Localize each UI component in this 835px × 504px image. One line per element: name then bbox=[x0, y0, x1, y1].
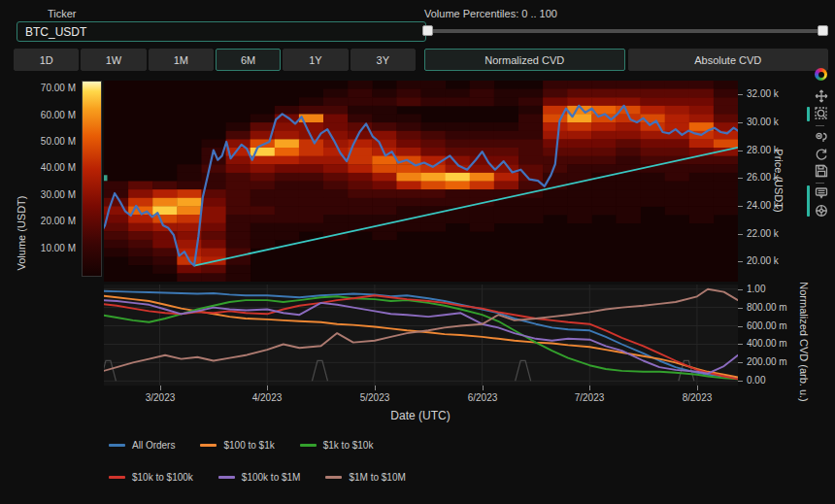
cvd-mode-buttons: Normalized CVD Absolute CVD bbox=[424, 49, 828, 71]
cvd-tick-mark bbox=[738, 308, 743, 309]
legend-item-100k-1m: $100k to $1M bbox=[218, 472, 301, 483]
date-tick-label: 7/2023 bbox=[575, 392, 605, 403]
cvd-tick-label: 600.00 m bbox=[747, 320, 787, 331]
pan-icon[interactable] bbox=[814, 88, 829, 104]
date-axis-title: Date (UTC) bbox=[390, 409, 450, 422]
ticker-label: Ticker bbox=[48, 8, 77, 19]
series-legend: All Orders $100 to $1k $1k to $10k $10k … bbox=[109, 440, 406, 504]
date-tick-mark bbox=[375, 386, 376, 390]
wheel-zoom-icon[interactable] bbox=[814, 129, 829, 145]
date-tick-mark bbox=[483, 386, 484, 390]
colorbar-tick-label: 70.00 M bbox=[0, 83, 76, 93]
cvd-tick-mark bbox=[738, 326, 743, 327]
colorbar-tick-label: 10.00 M bbox=[0, 243, 76, 253]
legend-swatch bbox=[109, 444, 125, 447]
cvd-tick-mark bbox=[738, 289, 743, 290]
price-tick-mark bbox=[738, 261, 743, 262]
date-tick-label: 4/2023 bbox=[252, 392, 283, 403]
legend-item-100-1k: $100 to $1k bbox=[200, 440, 274, 451]
ticker-input[interactable] bbox=[17, 21, 426, 42]
date-tick-label: 5/2023 bbox=[360, 392, 390, 403]
bokeh-logo-icon[interactable] bbox=[815, 68, 827, 81]
price-tick-mark bbox=[738, 234, 743, 235]
volume-colorbar bbox=[82, 81, 102, 277]
date-tick-mark bbox=[589, 386, 590, 390]
cvd-tick-label: 1.00 bbox=[747, 284, 765, 294]
range-button-6m[interactable]: 6M bbox=[216, 49, 281, 71]
toolbar-separator bbox=[816, 125, 824, 126]
legend-swatch bbox=[109, 476, 125, 479]
absolute-cvd-button[interactable]: Absolute CVD bbox=[628, 49, 829, 71]
price-tick-mark bbox=[738, 178, 743, 179]
range-button-1d[interactable]: 1D bbox=[14, 49, 79, 71]
price-tick-label: 20.00 k bbox=[747, 255, 779, 266]
range-button-1w[interactable]: 1W bbox=[81, 49, 146, 71]
price-tick-mark bbox=[738, 206, 743, 207]
colorbar-tick-label: 50.00 M bbox=[0, 136, 76, 147]
price-tick-label: 32.00 k bbox=[747, 88, 779, 99]
price-tick-label: 28.00 k bbox=[747, 145, 779, 155]
price-tick-label: 30.00 k bbox=[747, 117, 779, 127]
legend-swatch bbox=[325, 476, 342, 479]
date-tick-label: 6/2023 bbox=[468, 392, 498, 403]
legend-row: $10k to $100k $100k to $1M $1M to $10M bbox=[109, 472, 406, 483]
legend-item-10k-100k: $10k to $100k bbox=[109, 472, 193, 483]
cvd-tick-mark bbox=[738, 344, 743, 345]
normalized-cvd-chart[interactable] bbox=[104, 285, 738, 386]
legend-label: All Orders bbox=[132, 440, 175, 451]
cvd-tick-label: 0.00 bbox=[747, 375, 765, 386]
time-range-buttons: 1D 1W 1M 6M 1Y 3Y bbox=[14, 49, 416, 71]
date-tick-mark bbox=[160, 386, 161, 390]
date-tick-label: 8/2023 bbox=[683, 392, 713, 403]
cvd-tick-label: 200.00 m bbox=[747, 356, 787, 367]
slider-handle-low[interactable] bbox=[422, 25, 433, 36]
price-tick-mark bbox=[738, 94, 743, 95]
legend-item-1k-10k: $1k to $10k bbox=[300, 440, 374, 451]
date-tick-label: 3/2023 bbox=[146, 392, 176, 403]
price-tick-mark bbox=[738, 122, 743, 123]
hover-icon[interactable] bbox=[814, 185, 829, 201]
app-root: Ticker 1D 1W 1M 6M 1Y 3Y Volume Percenti… bbox=[0, 0, 835, 504]
legend-label: $1M to $10M bbox=[349, 472, 405, 483]
legend-swatch bbox=[300, 444, 317, 447]
legend-item-1m-10m: $1M to $10M bbox=[325, 472, 405, 483]
price-tick-label: 22.00 k bbox=[747, 228, 779, 239]
colorbar-tick-label: 60.00 M bbox=[0, 110, 76, 120]
cvd-tick-mark bbox=[738, 381, 743, 382]
colorbar-tick-label: 20.00 M bbox=[0, 216, 76, 226]
price-tick-label: 26.00 k bbox=[747, 172, 779, 183]
reset-icon[interactable] bbox=[814, 147, 829, 162]
legend-item-all-orders: All Orders bbox=[109, 440, 175, 451]
legend-swatch bbox=[200, 444, 217, 447]
legend-label: $100 to $1k bbox=[223, 440, 274, 451]
cvd-tick-label: 800.00 m bbox=[747, 302, 787, 313]
normalized-cvd-button[interactable]: Normalized CVD bbox=[424, 49, 625, 71]
range-button-1m[interactable]: 1M bbox=[149, 49, 214, 71]
legend-label: $1k to $10k bbox=[323, 440, 374, 451]
active-tool-indicator bbox=[807, 107, 810, 121]
slider-handle-high[interactable] bbox=[818, 25, 828, 36]
date-tick-mark bbox=[267, 386, 268, 390]
colorbar-tick-label: 30.00 M bbox=[0, 189, 76, 200]
price-tick-label: 24.00 k bbox=[747, 200, 779, 211]
volume-axis-title: Volume (USDT) bbox=[16, 195, 27, 270]
cvd-tick-mark bbox=[738, 362, 743, 363]
box-zoom-icon[interactable] bbox=[814, 106, 829, 121]
colorbar-tick-label: 40.00 M bbox=[0, 162, 76, 173]
range-button-3y[interactable]: 3Y bbox=[351, 49, 416, 71]
price-tick-mark bbox=[738, 151, 743, 151]
legend-row: All Orders $100 to $1k $1k to $10k bbox=[109, 440, 406, 451]
legend-label: $10k to $100k bbox=[132, 472, 193, 483]
cvd-tick-label: 400.00 m bbox=[747, 338, 787, 349]
date-tick-mark bbox=[697, 386, 698, 390]
cvd-axis-title: Normalized CVD (arb. u.) bbox=[798, 282, 810, 401]
save-icon[interactable] bbox=[814, 163, 829, 179]
active-tool-indicator bbox=[807, 185, 810, 217]
volume-percentiles-label: Volume Percentiles: 0 .. 100 bbox=[424, 8, 557, 19]
toolbar-separator bbox=[816, 183, 824, 184]
legend-swatch bbox=[218, 476, 235, 479]
price-heatmap-chart[interactable] bbox=[104, 81, 738, 282]
range-button-1y[interactable]: 1Y bbox=[283, 49, 348, 71]
volume-percentiles-slider[interactable] bbox=[424, 29, 826, 33]
examine-icon[interactable] bbox=[814, 203, 829, 218]
